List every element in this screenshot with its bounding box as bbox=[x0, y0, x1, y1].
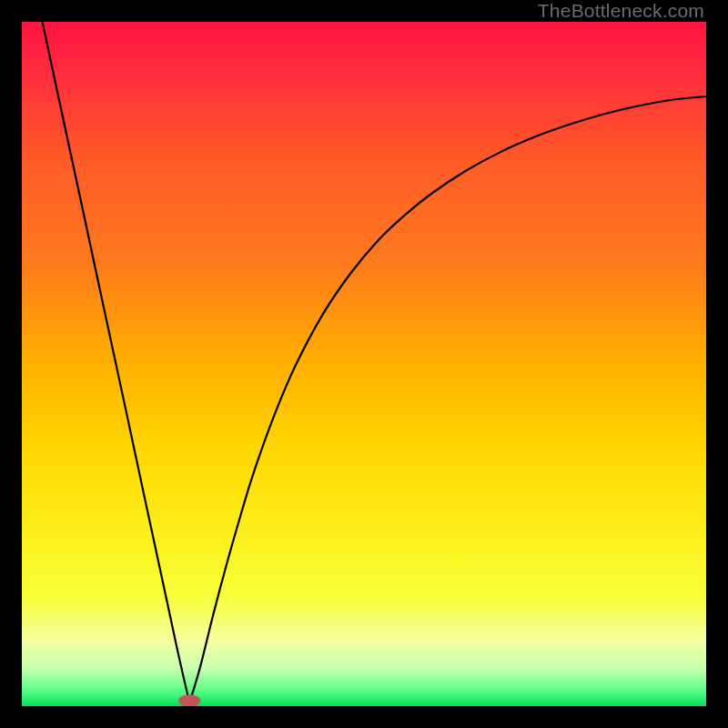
gradient-background bbox=[22, 22, 706, 706]
plot-area bbox=[22, 22, 706, 706]
watermark-text: TheBottleneck.com bbox=[538, 0, 704, 22]
chart-frame: TheBottleneck.com bbox=[0, 0, 728, 728]
bottleneck-chart bbox=[22, 22, 706, 706]
